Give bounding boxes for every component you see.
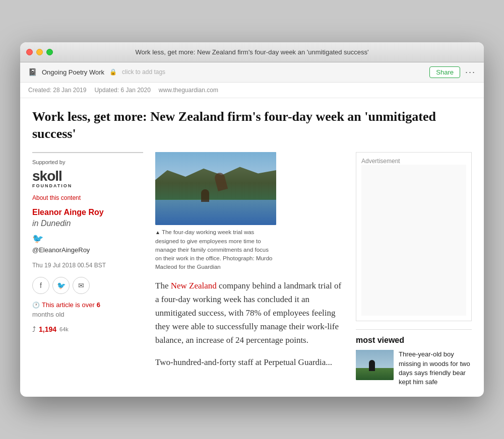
water-layer: [155, 200, 276, 226]
close-button[interactable]: [26, 49, 33, 55]
most-viewed-item[interactable]: Three-year-old boy missing in woods for …: [356, 350, 472, 387]
share-number: 1,194: [39, 325, 56, 333]
article-image: [155, 152, 276, 225]
divider: [356, 329, 472, 330]
article-content: Work less, get more: New Zealand firm's …: [20, 98, 484, 397]
window-title: Work less, get more: New Zealand firm's …: [135, 48, 368, 56]
lock-icon: 🔒: [109, 68, 117, 76]
thumb-figure: [369, 360, 375, 371]
source-url[interactable]: www.theguardian.com: [159, 87, 218, 94]
share-size: 64k: [59, 326, 69, 332]
right-sidebar: Advertisement most viewed Three-year-old…: [356, 152, 472, 387]
more-options-button[interactable]: ···: [465, 67, 476, 78]
twitter-share-button[interactable]: 🐦: [52, 277, 70, 294]
meta-bar: Created: 28 Jan 2019 Updated: 6 Jan 2020…: [20, 83, 484, 98]
caption-triangle: ▲: [155, 230, 160, 235]
nz-link[interactable]: New Zealand: [171, 281, 217, 290]
created-date: Created: 28 Jan 2019: [28, 87, 86, 94]
age-notice: 🕐 This article is over 6: [32, 301, 143, 309]
email-share-button[interactable]: ✉: [73, 277, 90, 294]
location-name: Dunedin: [41, 219, 71, 228]
ad-label: Advertisement: [361, 158, 466, 165]
mv-thumbnail: [356, 350, 394, 380]
share-count: ⤴ 1,194 64k: [32, 325, 143, 333]
article-title: Work less, get more: New Zealand firm's …: [32, 108, 472, 142]
in-label: in: [32, 219, 38, 228]
twitter-icon: 🐦: [32, 233, 143, 244]
notebook-icon: 📓: [28, 68, 37, 76]
article-paragraph-2: Two-hundred-and-forty staff at Perpetual…: [155, 355, 344, 369]
skoll-name: skoll: [32, 169, 143, 183]
article-image-container: ▲ The four-day working week trial was de…: [155, 152, 344, 271]
maximize-button[interactable]: [46, 49, 53, 55]
share-button[interactable]: Share: [429, 66, 460, 78]
age-notice-text: This article is over: [42, 301, 95, 309]
minimize-button[interactable]: [36, 49, 43, 55]
skoll-logo: skoll FOUNDATION: [32, 169, 143, 188]
skoll-sub: FOUNDATION: [32, 183, 143, 188]
article-main: ▲ The four-day working week trial was de…: [155, 152, 344, 387]
advertisement-box: Advertisement: [356, 152, 472, 321]
article-date: Thu 19 Jul 2018 00.54 BST: [32, 261, 143, 270]
browser-window: Work less, get more: New Zealand firm's …: [20, 42, 484, 397]
article-paragraph-1: The New Zealand company behind a landmar…: [155, 279, 344, 347]
traffic-lights: [26, 49, 53, 55]
facebook-share-button[interactable]: f: [32, 277, 49, 294]
caption-text: The four-day working week trial was desi…: [155, 229, 272, 270]
most-viewed-text: Three-year-old boy missing in woods for …: [399, 350, 472, 387]
toolbar-right: Share ···: [429, 66, 476, 78]
updated-date: Updated: 6 Jan 2020: [94, 87, 150, 94]
clock-icon: 🕐: [32, 302, 40, 309]
ad-space: [361, 165, 466, 316]
share-icon: ⤴: [32, 325, 36, 333]
article-body: Supported by skoll FOUNDATION About this…: [32, 152, 472, 387]
social-buttons: f 🐦 ✉: [32, 277, 143, 294]
notebook-name[interactable]: Ongoing Poetry Work: [42, 68, 104, 76]
months-old-label: months old: [32, 311, 143, 318]
toolbar: 📓 Ongoing Poetry Work 🔒 click to add tag…: [20, 62, 484, 83]
titlebar: Work less, get more: New Zealand firm's …: [20, 42, 484, 62]
author-location: in Dunedin: [32, 219, 143, 228]
author-name: Eleanor Ainge Roy: [32, 207, 143, 218]
image-caption: ▲ The four-day working week trial was de…: [155, 225, 276, 271]
age-number: 6: [97, 301, 100, 309]
figure2-layer: [201, 189, 209, 202]
most-viewed-label: most viewed: [356, 336, 472, 345]
add-tags-field[interactable]: click to add tags: [122, 68, 165, 76]
left-sidebar: Supported by skoll FOUNDATION About this…: [32, 152, 143, 387]
body-p1-start: The: [155, 281, 171, 290]
supported-by-label: Supported by: [32, 159, 143, 165]
twitter-handle[interactable]: @EleanorAingeRoy: [32, 246, 143, 254]
about-content-link[interactable]: About this content: [32, 194, 143, 201]
